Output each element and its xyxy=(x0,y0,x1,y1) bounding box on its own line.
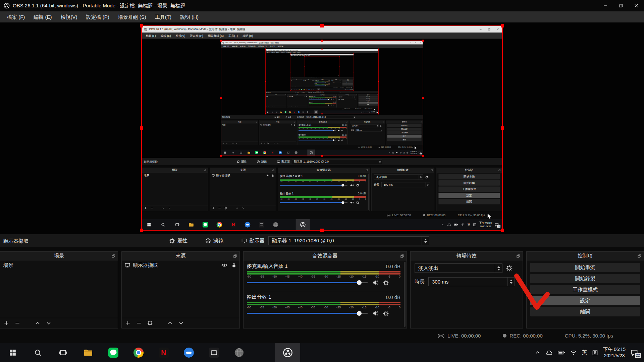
display-select-spinner[interactable] xyxy=(422,237,429,245)
monitor-icon xyxy=(303,80,303,81)
meter-tick-label: -45 xyxy=(311,138,312,139)
selection-handle[interactable] xyxy=(501,24,504,27)
channel-settings-gear-icon[interactable] xyxy=(383,280,389,286)
volume-slider-knob[interactable] xyxy=(357,311,362,316)
task-view-button[interactable] xyxy=(50,343,75,362)
transitions-panel-title: 轉場特效 xyxy=(345,94,349,95)
scene-item[interactable]: 場景 xyxy=(0,260,118,270)
ime-tray-icon[interactable] xyxy=(592,350,598,356)
move-source-up-button[interactable] xyxy=(167,320,173,326)
transition-select[interactable]: 淡入淡出 xyxy=(415,263,502,273)
preview-area[interactable]: OBS 26.1.1 (64-bit, windows) - Portable … xyxy=(0,22,644,234)
transition-select-spinner[interactable] xyxy=(495,264,502,273)
display-select[interactable]: 顯示器 1: 644x362 @ 0,0 xyxy=(268,236,429,245)
add-source-button[interactable] xyxy=(125,320,130,326)
transition-settings-gear-icon[interactable] xyxy=(506,265,513,272)
audio-mixer-panel: 音效混音器 麥克風/輸入音效 1 0.0 dB -60-55-50-45-40-… xyxy=(243,251,407,328)
menu-item[interactable]: 場景群組 (S) xyxy=(114,11,151,22)
transition-duration-row: 時長 300 ms xyxy=(415,277,519,286)
taskbar-clock[interactable]: 下午 06:15 2021/5/23 xyxy=(603,346,626,359)
filters-button[interactable]: 濾鏡 xyxy=(205,234,223,247)
battery-icon[interactable] xyxy=(558,350,565,355)
mixer-scrollbar[interactable] xyxy=(404,262,406,327)
source-properties-button xyxy=(267,142,269,144)
selection-handle[interactable] xyxy=(501,126,504,130)
transition-select-value: 淡入淡出 xyxy=(331,80,333,81)
cloud-tray-icon[interactable] xyxy=(545,350,553,355)
ime-language-indicator[interactable]: 英 xyxy=(582,349,587,356)
menu-item[interactable]: 設定檔 (P) xyxy=(82,11,114,22)
volume-slider[interactable] xyxy=(247,282,368,283)
properties-button[interactable]: 屬性 xyxy=(169,234,187,247)
studio-mode-button[interactable]: 工作室模式 xyxy=(530,285,640,294)
volume-slider-knob[interactable] xyxy=(357,280,362,285)
selection-handle[interactable] xyxy=(140,229,143,232)
close-button[interactable] xyxy=(629,0,644,11)
window-app-button[interactable] xyxy=(201,343,226,362)
menu-item[interactable]: 說明 (H) xyxy=(176,11,203,22)
channel-settings-gear-icon xyxy=(328,85,329,86)
start-recording-button[interactable]: 開始錄製 xyxy=(530,274,640,283)
menu-item[interactable]: 工具(T) xyxy=(151,11,176,22)
menu-item[interactable]: 檔案 (F) xyxy=(3,11,29,22)
search-button[interactable] xyxy=(25,343,50,362)
selection-handle[interactable] xyxy=(320,24,324,27)
file-explorer-button[interactable] xyxy=(75,343,101,362)
settings-button[interactable]: 設定 xyxy=(530,296,640,305)
dock-panels-row: 場景 場景 來源 xyxy=(290,79,354,87)
captured-display-source[interactable]: OBS 26.1.1 (64-bit, windows) - Portable … xyxy=(141,25,503,231)
start-streaming-button[interactable]: 開始串流 xyxy=(530,263,640,272)
selection-handle[interactable] xyxy=(140,126,143,130)
action-center-button[interactable]: 22 xyxy=(631,349,638,356)
blue-app-button xyxy=(276,149,284,156)
menu-item[interactable]: 檢視(V) xyxy=(56,11,82,22)
duration-input[interactable]: 300 ms xyxy=(428,277,515,286)
minimize-button[interactable] xyxy=(598,0,613,11)
show-hidden-icons-chevron[interactable] xyxy=(535,350,540,355)
sources-panel: 來源 顯示器擷取 xyxy=(210,168,276,211)
lock-toggle-icon[interactable] xyxy=(231,263,236,268)
volume-slider-fill xyxy=(280,185,343,185)
mixer-channel: 輸出音效 1 0.0 dB -60-55-50-45-40-35-30-25-2… xyxy=(299,133,346,141)
move-source-up-button xyxy=(235,206,238,209)
close-icon xyxy=(377,50,377,51)
menu-item[interactable]: 編輯 (E) xyxy=(29,11,56,22)
captured-screen-content: OBS 26.1.1 (64-bit, windows) - Portable … xyxy=(290,54,354,90)
mute-speaker-icon[interactable] xyxy=(372,310,379,317)
start-button[interactable] xyxy=(0,343,25,362)
channel-settings-gear-icon[interactable] xyxy=(383,311,389,316)
add-scene-button[interactable] xyxy=(4,320,9,326)
netflix-icon: N xyxy=(230,222,236,228)
duration-stepper[interactable] xyxy=(507,278,515,286)
volume-slider xyxy=(299,130,336,130)
mute-speaker-icon[interactable] xyxy=(372,279,379,286)
exit-button[interactable]: 離開 xyxy=(530,307,640,316)
selection-handle[interactable] xyxy=(320,229,324,232)
move-source-down-button[interactable] xyxy=(178,320,184,326)
source-item[interactable]: 顯示器擷取 xyxy=(122,260,239,270)
visibility-toggle-eye-icon[interactable] xyxy=(221,262,227,268)
move-scene-up-button[interactable] xyxy=(35,320,40,326)
remove-scene-button xyxy=(268,106,269,107)
blue-app-icon xyxy=(184,348,194,358)
remove-source-button[interactable] xyxy=(136,320,142,326)
restore-button[interactable] xyxy=(613,0,629,11)
selection-handle[interactable] xyxy=(501,229,504,232)
selection-handle[interactable] xyxy=(140,24,143,27)
remove-scene-button[interactable] xyxy=(15,320,20,326)
wifi-icon[interactable] xyxy=(570,350,577,355)
volume-slider[interactable] xyxy=(247,313,368,314)
netflix-button[interactable]: N xyxy=(151,343,176,362)
obs-taskbar-button[interactable] xyxy=(275,343,300,362)
chrome-button[interactable] xyxy=(126,343,151,362)
menu-bar: 檔案 (F)編輯 (E)檢視(V)設定檔 (P)場景群組 (S)工具(T)說明 … xyxy=(142,33,502,39)
globe-app-button[interactable] xyxy=(226,343,252,362)
source-properties-button[interactable] xyxy=(147,320,153,326)
ime-tray-icon xyxy=(348,89,349,89)
scenes-panel: 場景 場景 xyxy=(290,79,302,87)
line-app-button[interactable] xyxy=(101,343,126,362)
move-scene-down-button[interactable] xyxy=(46,320,51,326)
scenes-list: 場景 xyxy=(0,260,118,328)
mouse-cursor xyxy=(414,146,417,150)
blue-app-button[interactable] xyxy=(176,343,201,362)
